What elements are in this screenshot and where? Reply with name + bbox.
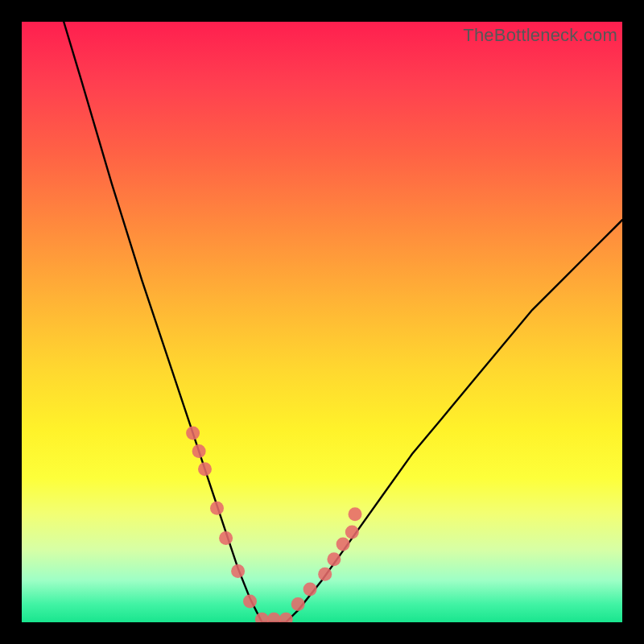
marker-point (327, 552, 341, 566)
marker-point (267, 613, 281, 622)
marker-point (198, 462, 212, 476)
marker-point (303, 583, 317, 597)
marker-group (186, 427, 361, 623)
marker-point (345, 526, 359, 539)
plot-area: TheBottleneck.com (22, 22, 622, 622)
marker-point (192, 444, 206, 458)
marker-point (318, 568, 332, 581)
chart-overlay (22, 22, 622, 622)
marker-point (279, 613, 293, 622)
marker-point (186, 427, 200, 440)
marker-point (231, 564, 245, 578)
bottleneck-curve-path (64, 22, 622, 622)
marker-point (210, 502, 224, 515)
marker-point (349, 507, 362, 521)
marker-point (243, 594, 257, 608)
marker-point (291, 597, 305, 611)
marker-point (219, 531, 233, 545)
marker-point (336, 538, 350, 551)
chart-frame: TheBottleneck.com (0, 0, 644, 644)
